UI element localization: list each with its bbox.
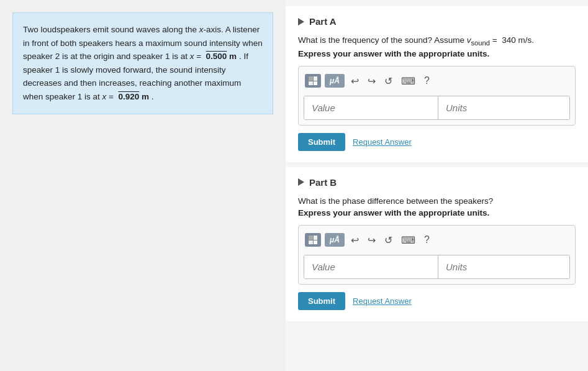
part-a-request-answer[interactable]: Request Answer (353, 137, 412, 147)
undo-button-a[interactable]: ↩ (348, 74, 361, 88)
part-b-request-answer[interactable]: Request Answer (353, 296, 412, 306)
part-b-submit-button[interactable]: Submit (298, 292, 345, 310)
part-b-value-input[interactable] (304, 255, 438, 278)
part-b-toolbar: μÅ ↩ ↪ ↺ ⌨ ? (304, 231, 570, 250)
right-panel: Part A What is the frequency of the soun… (286, 0, 588, 371)
part-a-question: What is the frequency of the sound? Assu… (298, 35, 576, 47)
part-b-title: Part B (309, 177, 337, 188)
part-b-header: Part B (298, 177, 576, 188)
grid-button-a[interactable] (305, 74, 321, 88)
part-a-header: Part A (298, 16, 576, 27)
part-a-section: Part A What is the frequency of the soun… (286, 6, 588, 162)
redo-button-b[interactable]: ↪ (365, 233, 378, 247)
part-a-answer-box: μÅ ↩ ↪ ↺ ⌨ ? (298, 66, 576, 126)
part-a-express: Express your answer with the appropriate… (298, 49, 576, 58)
help-button-a[interactable]: ? (422, 74, 432, 88)
part-b-units-input[interactable] (438, 255, 570, 278)
part-a-value-input[interactable] (304, 96, 438, 119)
grid-button-b[interactable] (305, 233, 321, 247)
keyboard-button-b[interactable]: ⌨ (399, 233, 418, 247)
mu-button-b[interactable]: μÅ (325, 233, 345, 247)
part-b-input-row (304, 255, 570, 279)
reset-button-a[interactable]: ↺ (382, 74, 395, 88)
part-a-title: Part A (309, 16, 337, 27)
part-b-question: What is the phase difference between the… (298, 196, 576, 206)
part-b-answer-box: μÅ ↩ ↪ ↺ ⌨ ? (298, 225, 576, 285)
part-b-action-row: Submit Request Answer (298, 292, 576, 310)
help-button-b[interactable]: ? (422, 233, 432, 247)
part-a-units-input[interactable] (438, 96, 570, 119)
collapse-icon-a[interactable] (298, 18, 304, 25)
part-a-toolbar: μÅ ↩ ↪ ↺ ⌨ ? (304, 71, 570, 91)
redo-button-a[interactable]: ↪ (365, 74, 378, 88)
left-panel: Two loudspeakers emit sound waves along … (0, 0, 286, 371)
part-b-section: Part B What is the phase difference betw… (286, 167, 588, 321)
keyboard-button-a[interactable]: ⌨ (399, 74, 418, 88)
part-b-express: Express your answer with the appropriate… (298, 208, 576, 218)
v-subscript: sound (471, 39, 490, 47)
mu-button-a[interactable]: μÅ (325, 74, 345, 88)
undo-button-b[interactable]: ↩ (348, 233, 361, 247)
problem-description: Two loudspeakers emit sound waves along … (12, 12, 273, 114)
part-a-submit-button[interactable]: Submit (298, 133, 345, 151)
part-a-action-row: Submit Request Answer (298, 133, 576, 151)
part-a-input-row (304, 96, 570, 120)
reset-button-b[interactable]: ↺ (382, 233, 395, 247)
collapse-icon-b[interactable] (298, 178, 304, 186)
